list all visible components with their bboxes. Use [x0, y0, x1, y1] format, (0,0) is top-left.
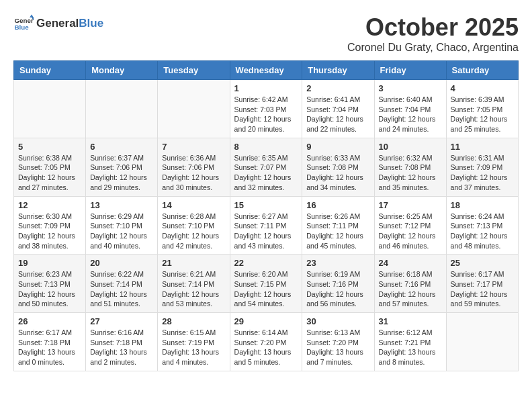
- day-info: Sunrise: 6:19 AM Sunset: 7:16 PM Dayligh…: [306, 269, 369, 309]
- logo: General Blue GeneralBlue: [13, 13, 103, 34]
- day-number: 30: [306, 316, 369, 326]
- day-info: Sunrise: 6:23 AM Sunset: 7:13 PM Dayligh…: [18, 269, 81, 309]
- calendar-cell: 24Sunrise: 6:18 AM Sunset: 7:16 PM Dayli…: [374, 255, 446, 313]
- day-info: Sunrise: 6:41 AM Sunset: 7:04 PM Dayligh…: [306, 95, 369, 134]
- week-row-1: 1Sunrise: 6:42 AM Sunset: 7:03 PM Daylig…: [14, 80, 519, 138]
- calendar-cell: 16Sunrise: 6:26 AM Sunset: 7:11 PM Dayli…: [302, 196, 374, 255]
- day-number: 19: [18, 258, 81, 268]
- calendar-cell: 5Sunrise: 6:38 AM Sunset: 7:05 PM Daylig…: [14, 138, 86, 196]
- calendar-cell: 20Sunrise: 6:22 AM Sunset: 7:14 PM Dayli…: [86, 255, 158, 313]
- calendar-cell: 21Sunrise: 6:21 AM Sunset: 7:14 PM Dayli…: [158, 255, 230, 313]
- day-number: 18: [451, 200, 514, 210]
- week-row-2: 5Sunrise: 6:38 AM Sunset: 7:05 PM Daylig…: [14, 138, 519, 196]
- logo-icon: General Blue: [13, 13, 34, 34]
- calendar-cell: 26Sunrise: 6:17 AM Sunset: 7:18 PM Dayli…: [14, 313, 86, 371]
- calendar-cell: 10Sunrise: 6:32 AM Sunset: 7:08 PM Dayli…: [374, 138, 446, 196]
- calendar-cell: 7Sunrise: 6:36 AM Sunset: 7:06 PM Daylig…: [158, 138, 230, 196]
- day-info: Sunrise: 6:29 AM Sunset: 7:10 PM Dayligh…: [90, 212, 153, 251]
- day-number: 4: [451, 83, 514, 93]
- day-header-sunday: Sunday: [14, 61, 86, 80]
- calendar-cell: 1Sunrise: 6:42 AM Sunset: 7:03 PM Daylig…: [230, 80, 302, 138]
- day-number: 6: [90, 142, 153, 152]
- day-header-tuesday: Tuesday: [158, 61, 230, 80]
- day-number: 29: [234, 316, 298, 326]
- calendar-cell: 30Sunrise: 6:13 AM Sunset: 7:20 PM Dayli…: [302, 313, 374, 371]
- calendar-cell: [86, 80, 158, 138]
- day-info: Sunrise: 6:15 AM Sunset: 7:19 PM Dayligh…: [162, 328, 225, 367]
- day-info: Sunrise: 6:16 AM Sunset: 7:18 PM Dayligh…: [90, 328, 153, 367]
- day-number: 20: [90, 258, 153, 268]
- day-info: Sunrise: 6:14 AM Sunset: 7:20 PM Dayligh…: [234, 328, 298, 367]
- day-number: 14: [162, 200, 225, 210]
- calendar-cell: 14Sunrise: 6:28 AM Sunset: 7:10 PM Dayli…: [158, 196, 230, 255]
- day-info: Sunrise: 6:42 AM Sunset: 7:03 PM Dayligh…: [234, 95, 298, 134]
- day-info: Sunrise: 6:28 AM Sunset: 7:10 PM Dayligh…: [162, 212, 225, 251]
- calendar-cell: 18Sunrise: 6:24 AM Sunset: 7:13 PM Dayli…: [446, 196, 518, 255]
- day-info: Sunrise: 6:27 AM Sunset: 7:11 PM Dayligh…: [234, 212, 298, 251]
- calendar-cell: 23Sunrise: 6:19 AM Sunset: 7:16 PM Dayli…: [302, 255, 374, 313]
- calendar-cell: 9Sunrise: 6:33 AM Sunset: 7:08 PM Daylig…: [302, 138, 374, 196]
- day-number: 23: [306, 258, 369, 268]
- location-title: Coronel Du Graty, Chaco, Argentina: [347, 42, 519, 54]
- day-number: 16: [306, 200, 369, 210]
- month-title: October 2025: [347, 13, 519, 42]
- day-header-friday: Friday: [374, 61, 446, 80]
- day-info: Sunrise: 6:12 AM Sunset: 7:21 PM Dayligh…: [379, 328, 442, 367]
- day-number: 21: [162, 258, 225, 268]
- calendar-cell: [446, 313, 518, 371]
- calendar-cell: [158, 80, 230, 138]
- calendar-cell: 15Sunrise: 6:27 AM Sunset: 7:11 PM Dayli…: [230, 196, 302, 255]
- week-row-3: 12Sunrise: 6:30 AM Sunset: 7:09 PM Dayli…: [14, 196, 519, 255]
- day-number: 8: [234, 142, 298, 152]
- calendar-cell: [14, 80, 86, 138]
- day-info: Sunrise: 6:17 AM Sunset: 7:17 PM Dayligh…: [451, 269, 514, 309]
- day-info: Sunrise: 6:36 AM Sunset: 7:06 PM Dayligh…: [162, 153, 225, 193]
- calendar-cell: 29Sunrise: 6:14 AM Sunset: 7:20 PM Dayli…: [230, 313, 302, 371]
- calendar-cell: 8Sunrise: 6:35 AM Sunset: 7:07 PM Daylig…: [230, 138, 302, 196]
- day-number: 28: [162, 316, 225, 326]
- day-number: 22: [234, 258, 298, 268]
- day-number: 15: [234, 200, 298, 210]
- svg-text:Blue: Blue: [15, 24, 30, 31]
- day-number: 25: [451, 258, 514, 268]
- calendar-cell: 3Sunrise: 6:40 AM Sunset: 7:04 PM Daylig…: [374, 80, 446, 138]
- day-info: Sunrise: 6:39 AM Sunset: 7:05 PM Dayligh…: [451, 95, 514, 134]
- calendar-cell: 11Sunrise: 6:31 AM Sunset: 7:09 PM Dayli…: [446, 138, 518, 196]
- day-header-monday: Monday: [86, 61, 158, 80]
- day-number: 3: [379, 83, 442, 93]
- day-info: Sunrise: 6:17 AM Sunset: 7:18 PM Dayligh…: [18, 328, 81, 367]
- day-number: 5: [18, 142, 81, 152]
- days-of-week-row: SundayMondayTuesdayWednesdayThursdayFrid…: [14, 61, 519, 80]
- day-header-saturday: Saturday: [446, 61, 518, 80]
- week-row-5: 26Sunrise: 6:17 AM Sunset: 7:18 PM Dayli…: [14, 313, 519, 371]
- logo-general-text: GeneralBlue: [36, 17, 103, 30]
- day-info: Sunrise: 6:21 AM Sunset: 7:14 PM Dayligh…: [162, 269, 225, 309]
- calendar-cell: 17Sunrise: 6:25 AM Sunset: 7:12 PM Dayli…: [374, 196, 446, 255]
- day-info: Sunrise: 6:26 AM Sunset: 7:11 PM Dayligh…: [306, 212, 369, 251]
- day-number: 2: [306, 83, 369, 93]
- day-number: 10: [379, 142, 442, 152]
- day-number: 1: [234, 83, 298, 93]
- calendar-cell: 25Sunrise: 6:17 AM Sunset: 7:17 PM Dayli…: [446, 255, 518, 313]
- day-info: Sunrise: 6:24 AM Sunset: 7:13 PM Dayligh…: [451, 212, 514, 251]
- day-info: Sunrise: 6:33 AM Sunset: 7:08 PM Dayligh…: [306, 153, 369, 193]
- title-area: October 2025 Coronel Du Graty, Chaco, Ar…: [347, 13, 519, 54]
- day-header-wednesday: Wednesday: [230, 61, 302, 80]
- day-number: 7: [162, 142, 225, 152]
- day-number: 26: [18, 316, 81, 326]
- day-info: Sunrise: 6:38 AM Sunset: 7:05 PM Dayligh…: [18, 153, 81, 193]
- calendar-cell: 12Sunrise: 6:30 AM Sunset: 7:09 PM Dayli…: [14, 196, 86, 255]
- calendar-cell: 22Sunrise: 6:20 AM Sunset: 7:15 PM Dayli…: [230, 255, 302, 313]
- day-number: 17: [379, 200, 442, 210]
- calendar-cell: 6Sunrise: 6:37 AM Sunset: 7:06 PM Daylig…: [86, 138, 158, 196]
- day-number: 27: [90, 316, 153, 326]
- day-number: 24: [379, 258, 442, 268]
- calendar-cell: 31Sunrise: 6:12 AM Sunset: 7:21 PM Dayli…: [374, 313, 446, 371]
- day-number: 13: [90, 200, 153, 210]
- calendar-cell: 4Sunrise: 6:39 AM Sunset: 7:05 PM Daylig…: [446, 80, 518, 138]
- day-info: Sunrise: 6:13 AM Sunset: 7:20 PM Dayligh…: [306, 328, 369, 367]
- day-info: Sunrise: 6:22 AM Sunset: 7:14 PM Dayligh…: [90, 269, 153, 309]
- calendar-cell: 27Sunrise: 6:16 AM Sunset: 7:18 PM Dayli…: [86, 313, 158, 371]
- svg-marker-2: [30, 15, 34, 18]
- calendar-cell: 2Sunrise: 6:41 AM Sunset: 7:04 PM Daylig…: [302, 80, 374, 138]
